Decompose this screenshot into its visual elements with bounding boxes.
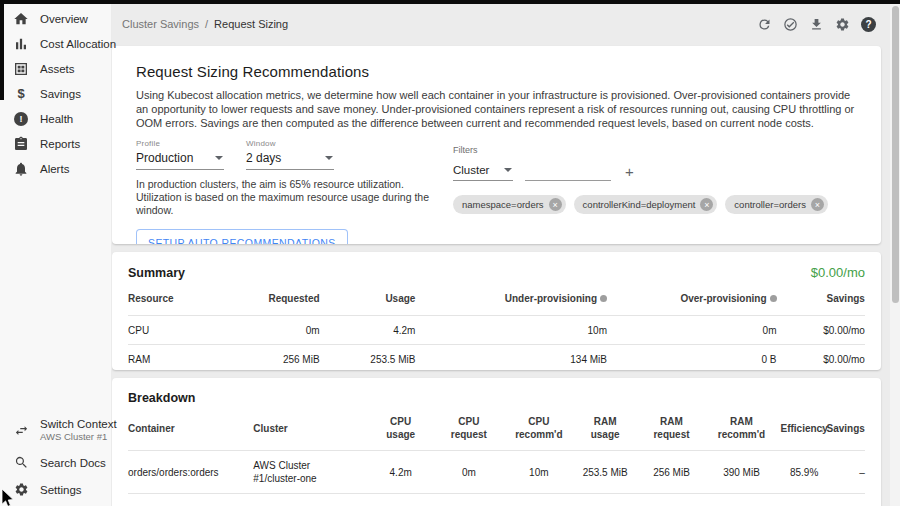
remove-chip-icon[interactable]: × bbox=[700, 198, 713, 211]
sidebar-item-label: Assets bbox=[40, 63, 75, 75]
scrollbar-track[interactable] bbox=[890, 0, 900, 506]
cell-cpu-recommended: 10m bbox=[504, 467, 574, 478]
profile-field: Profile Production bbox=[136, 139, 224, 170]
main-content: Cluster Savings / Request Sizing ? Reque… bbox=[112, 0, 881, 506]
window-field: Window 2 days bbox=[246, 139, 334, 170]
total-savings-badge: $0.00/mo bbox=[811, 265, 865, 280]
gear-icon bbox=[13, 482, 29, 498]
info-icon[interactable] bbox=[600, 295, 607, 302]
sidebar-footer: Switch Context AWS Cluster #1 Search Doc… bbox=[0, 411, 112, 506]
switch-context-label: Switch Context bbox=[40, 418, 117, 430]
cell-usage: 253.5 MiB bbox=[320, 354, 416, 365]
profile-label: Profile bbox=[136, 139, 224, 148]
summary-title: Summary bbox=[128, 266, 185, 280]
info-icon[interactable] bbox=[770, 295, 777, 302]
window-left-edge bbox=[0, 0, 4, 100]
cell-resource: RAM bbox=[128, 354, 246, 365]
column-under-provisioning: Under-provisioning bbox=[415, 293, 607, 304]
sidebar-nav: Overview Cost Allocation Assets $ Saving… bbox=[0, 0, 112, 181]
sidebar-item-health[interactable]: ! Health bbox=[0, 106, 112, 131]
add-filter-button[interactable]: + bbox=[623, 163, 636, 181]
profile-note: In production clusters, the aim is 65% r… bbox=[136, 178, 439, 217]
window-value: 2 days bbox=[246, 151, 281, 165]
cell-usage: 4.2m bbox=[320, 325, 416, 336]
sidebar-item-label: Overview bbox=[40, 13, 88, 25]
filter-chip[interactable]: namespace=orders × bbox=[453, 195, 566, 214]
column-cpu-request[interactable]: CPUrequest bbox=[434, 415, 504, 441]
sidebar-item-cost-allocation[interactable]: Cost Allocation bbox=[0, 31, 112, 56]
bar-chart-icon bbox=[13, 36, 29, 52]
mouse-cursor bbox=[1, 489, 15, 506]
column-savings-sorted[interactable]: ↓Savings bbox=[832, 423, 865, 434]
column-requested: Requested bbox=[246, 293, 320, 304]
cell-resource: CPU bbox=[128, 325, 246, 336]
cell-under-provisioning: 134 MiB bbox=[415, 354, 607, 365]
chevron-down-icon bbox=[215, 156, 223, 160]
cell-ram-recommended: 390 MiB bbox=[706, 467, 776, 478]
cell-over-provisioning: 0m bbox=[607, 325, 777, 336]
column-container[interactable]: Container bbox=[128, 423, 253, 434]
window-select[interactable]: 2 days bbox=[246, 148, 334, 170]
topbar-actions: ? bbox=[757, 17, 876, 32]
grid-box-icon bbox=[13, 61, 29, 77]
refresh-icon[interactable] bbox=[757, 17, 772, 32]
cell-efficiency: 85.9% bbox=[776, 467, 831, 478]
sort-descending-icon: ↓ bbox=[820, 423, 825, 434]
check-circle-icon[interactable] bbox=[783, 17, 798, 32]
chevron-down-icon bbox=[504, 168, 512, 172]
sidebar-item-label: Search Docs bbox=[40, 457, 106, 469]
scrollbar-thumb[interactable] bbox=[892, 6, 899, 303]
cell-container: orders/orders:orders bbox=[128, 467, 253, 478]
sidebar-item-savings[interactable]: $ Savings bbox=[0, 81, 112, 106]
column-cpu-usage[interactable]: CPUusage bbox=[368, 415, 434, 441]
sidebar-item-label: Cost Allocation bbox=[40, 38, 116, 50]
sidebar-item-alerts[interactable]: Alerts bbox=[0, 156, 112, 181]
breadcrumb: Cluster Savings / Request Sizing bbox=[122, 18, 288, 30]
filter-field-select[interactable]: Cluster bbox=[453, 161, 513, 181]
profile-value: Production bbox=[136, 151, 193, 165]
column-savings: Savings bbox=[777, 293, 865, 304]
cell-ram-request: 256 MiB bbox=[636, 467, 706, 478]
column-ram-usage[interactable]: RAMusage bbox=[574, 415, 637, 441]
help-icon[interactable]: ? bbox=[861, 17, 876, 32]
breakdown-title: Breakdown bbox=[128, 391, 195, 405]
sidebar-item-search-docs[interactable]: Search Docs bbox=[0, 449, 112, 476]
column-cpu-recommended[interactable]: CPUrecomm'd bbox=[504, 415, 574, 441]
sidebar-item-switch-context[interactable]: Switch Context AWS Cluster #1 bbox=[0, 411, 112, 449]
filter-value-input[interactable] bbox=[525, 163, 611, 181]
remove-chip-icon[interactable]: × bbox=[811, 198, 824, 211]
filter-chip[interactable]: controller=orders × bbox=[725, 195, 828, 214]
column-resource: Resource bbox=[128, 293, 246, 304]
cell-savings: $0.00/mo bbox=[777, 354, 865, 365]
sidebar-item-overview[interactable]: Overview bbox=[0, 6, 112, 31]
sidebar-item-label: Reports bbox=[40, 138, 80, 150]
sidebar-item-settings[interactable]: Settings bbox=[0, 476, 112, 503]
profile-select[interactable]: Production bbox=[136, 148, 224, 170]
remove-chip-icon[interactable]: × bbox=[549, 198, 562, 211]
cell-cluster: AWS Cluster #1/cluster-one bbox=[253, 459, 367, 485]
chip-label: namespace=orders bbox=[462, 199, 544, 210]
column-ram-recommended[interactable]: RAMrecomm'd bbox=[706, 415, 776, 441]
column-over-provisioning: Over-provisioning bbox=[607, 293, 777, 304]
dollar-icon: $ bbox=[13, 86, 29, 102]
summary-card: Summary $0.00/mo Resource Requested Usag… bbox=[112, 252, 881, 370]
gear-icon[interactable] bbox=[835, 17, 850, 32]
breadcrumb-separator: / bbox=[205, 18, 208, 30]
column-ram-request[interactable]: RAMrequest bbox=[636, 415, 706, 441]
filter-chip[interactable]: controllerKind=deployment × bbox=[574, 195, 718, 214]
cell-savings: – bbox=[832, 467, 865, 478]
cell-requested: 0m bbox=[246, 325, 320, 336]
table-row[interactable]: orders/orders:orders AWS Cluster #1/clus… bbox=[128, 450, 865, 494]
table-row: RAM 256 MiB 253.5 MiB 134 MiB 0 B $0.00/… bbox=[128, 344, 865, 370]
breakdown-table-header: Container Cluster CPUusage CPUrequest CP… bbox=[128, 405, 865, 450]
sidebar-item-assets[interactable]: Assets bbox=[0, 56, 112, 81]
request-sizing-card: Request Sizing Recommendations Using Kub… bbox=[112, 46, 881, 244]
setup-auto-recommendations-button[interactable]: SETUP AUTO RECOMMENDATIONS bbox=[136, 229, 348, 244]
sidebar-item-reports[interactable]: Reports bbox=[0, 131, 112, 156]
cell-ram-usage: 253.5 MiB bbox=[574, 467, 637, 478]
download-icon[interactable] bbox=[809, 17, 824, 32]
swap-arrows-icon bbox=[13, 422, 29, 438]
breadcrumb-parent[interactable]: Cluster Savings bbox=[122, 18, 199, 30]
sidebar: Overview Cost Allocation Assets $ Saving… bbox=[0, 0, 112, 506]
column-cluster[interactable]: Cluster bbox=[253, 422, 367, 435]
